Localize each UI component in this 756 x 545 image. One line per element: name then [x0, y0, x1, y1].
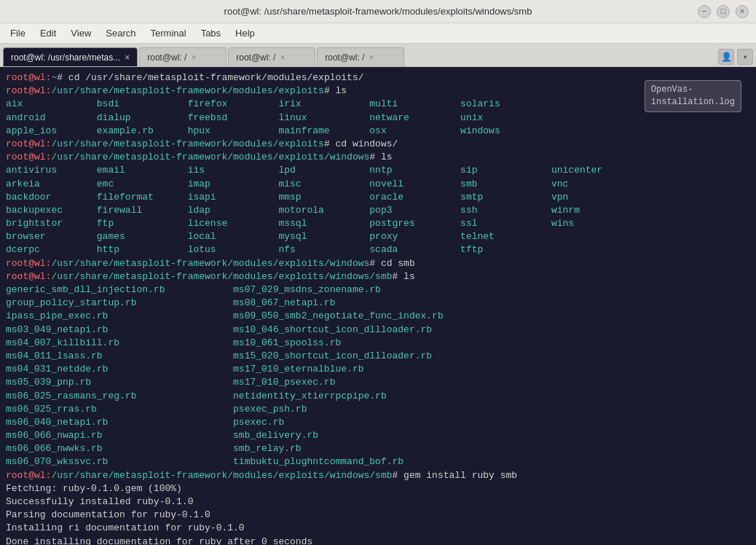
tab-label-3: root@wl: /	[325, 52, 364, 63]
tab-0[interactable]: root@wl: /usr/share/metas...×	[3, 47, 138, 66]
menubar-item-file[interactable]: File	[4, 26, 31, 40]
close-button[interactable]: ×	[736, 5, 749, 18]
terminal-line: root@wl:/usr/share/metasploit-framework/…	[6, 138, 750, 151]
terminal-line: root@wl:/usr/share/metasploit-framework/…	[6, 151, 750, 164]
terminal-plain-line: Installing ri documentation for ruby-0.1…	[6, 522, 750, 535]
terminal-line: root@wl:/usr/share/metasploit-framework/…	[6, 257, 750, 270]
minimize-button[interactable]: −	[698, 5, 711, 18]
tab-close-1[interactable]: ×	[191, 52, 196, 63]
terminal-plain-line: Successfully installed ruby-0.1.0	[6, 495, 750, 509]
terminal-line: root@wl:~# cd /usr/share/metasploit-fram…	[6, 71, 750, 85]
tab-label-1: root@wl: /	[147, 52, 186, 63]
terminal-plain-line: Fetching: ruby-0.1.0.gem (100%)	[6, 482, 750, 495]
ls-output-row: apple_ios example.rb hpux mainframe osx …	[6, 125, 750, 138]
tab-3[interactable]: root@wl: /×	[317, 47, 404, 66]
titlebar: root@wl: /usr/share/metasploit-framework…	[0, 0, 756, 23]
terminal-line: root@wl:/usr/share/metasploit-framework/…	[6, 85, 750, 98]
tab-label-0: root@wl: /usr/share/metas...	[11, 52, 120, 63]
windows-ls-row: backupexec firewall ldap motorola pop3 s…	[6, 204, 750, 217]
tab-close-2[interactable]: ×	[280, 52, 285, 63]
titlebar-controls: − □ ×	[698, 5, 749, 18]
menubar-item-terminal[interactable]: Terminal	[145, 26, 192, 40]
tab-1[interactable]: root@wl: /×	[139, 47, 227, 66]
menubar-item-help[interactable]: Help	[229, 26, 261, 40]
smb-ls-row: ms03_049_netapi.rb ms10_046_shortcut_ico…	[6, 324, 750, 337]
ls-output-row: aix bsdi firefox irix multi solaris	[6, 98, 750, 111]
dropdown-icon[interactable]: ▾	[737, 49, 753, 65]
windows-ls-row: browser games local mysql proxy telnet	[6, 230, 750, 243]
smb-ls-row: ms06_066_nwwks.rb smb_relay.rb	[6, 442, 750, 455]
smb-ls-row: ms06_025_rasmans_reg.rb netidentity_xtie…	[6, 390, 750, 403]
titlebar-title: root@wl: /usr/share/metasploit-framework…	[58, 6, 698, 17]
menubar-item-tabs[interactable]: Tabs	[195, 26, 227, 40]
terminal-line: root@wl:/usr/share/metasploit-framework/…	[6, 270, 750, 283]
terminal[interactable]: root@wl:~# cd /usr/share/metasploit-fram…	[0, 67, 756, 545]
smb-ls-row: generic_smb_dll_injection.rb ms07_029_ms…	[6, 283, 750, 297]
terminal-plain-line: Done installing documentation for ruby a…	[6, 536, 750, 545]
smb-ls-row: ms04_031_netdde.rb ms17_010_eternalblue.…	[6, 363, 750, 376]
tab-2[interactable]: root@wl: /×	[228, 47, 315, 66]
windows-ls-row: dcerpc http lotus nfs scada tftp	[6, 243, 750, 256]
menubar-item-search[interactable]: Search	[100, 26, 141, 40]
menubar-item-edit[interactable]: Edit	[34, 26, 62, 40]
windows-ls-row: arkeia emc imap misc novell smb vnc	[6, 178, 750, 191]
smb-ls-row: ms06_040_netapi.rb psexec.rb	[6, 416, 750, 429]
gem-install-line: root@wl:/usr/share/metasploit-framework/…	[6, 469, 750, 482]
windows-ls-row: brightstor ftp license mssql postgres ss…	[6, 217, 750, 230]
tab-label-2: root@wl: /	[236, 52, 275, 63]
smb-ls-row: ms05_039_pnp.rb ms17_010_psexec.rb	[6, 376, 750, 389]
profile-icon[interactable]: 👤	[718, 49, 734, 65]
tabbar: root@wl: /usr/share/metas...×root@wl: /×…	[0, 44, 756, 67]
tab-close-0[interactable]: ×	[125, 52, 130, 63]
menubar: FileEditViewSearchTerminalTabsHelp	[0, 23, 756, 44]
smb-ls-row: ipass_pipe_exec.rb ms09_050_smb2_negotia…	[6, 310, 750, 323]
ls-output-row: android dialup freebsd linux netware uni…	[6, 111, 750, 125]
smb-ls-row: ms04_007_killbill.rb ms10_061_spoolss.rb	[6, 337, 750, 350]
windows-ls-row: backdoor fileformat isapi mmsp oracle sm…	[6, 191, 750, 204]
smb-ls-row: ms06_066_nwapi.rb smb_delivery.rb	[6, 429, 750, 442]
smb-ls-row: group_policy_startup.rb ms08_067_netapi.…	[6, 297, 750, 310]
tab-close-3[interactable]: ×	[369, 52, 374, 63]
windows-ls-row: antivirus email iis lpd nntp sip unicent…	[6, 164, 750, 177]
smb-ls-row: ms04_011_lsass.rb ms15_020_shortcut_icon…	[6, 350, 750, 363]
smb-ls-row: ms06_070_wkssvc.rb timbuktu_plughntcomma…	[6, 455, 750, 468]
maximize-button[interactable]: □	[717, 5, 730, 18]
smb-ls-row: ms06_025_rras.rb psexec_psh.rb	[6, 403, 750, 416]
menubar-item-view[interactable]: View	[65, 26, 97, 40]
terminal-plain-line: Parsing documentation for ruby-0.1.0	[6, 509, 750, 522]
